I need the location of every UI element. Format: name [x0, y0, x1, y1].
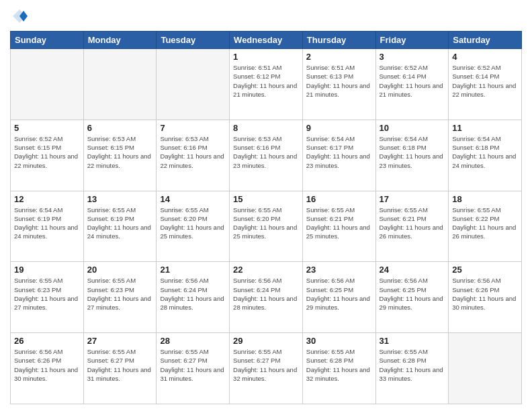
- logo-icon: [10, 7, 29, 26]
- calendar-cell: [11, 49, 84, 120]
- header-row: SundayMondayTuesdayWednesdayThursdayFrid…: [11, 32, 522, 49]
- calendar-cell: 14Sunrise: 6:55 AM Sunset: 6:20 PM Dayli…: [157, 191, 230, 262]
- week-row-2: 12Sunrise: 6:54 AM Sunset: 6:19 PM Dayli…: [11, 191, 522, 262]
- day-header-monday: Monday: [83, 32, 157, 49]
- day-header-sunday: Sunday: [11, 32, 84, 49]
- calendar-cell: 21Sunrise: 6:56 AM Sunset: 6:24 PM Dayli…: [157, 262, 230, 333]
- day-number: 21: [160, 265, 226, 275]
- calendar-cell: 12Sunrise: 6:54 AM Sunset: 6:19 PM Dayli…: [11, 191, 84, 262]
- day-number: 6: [87, 123, 153, 133]
- calendar-cell: 28Sunrise: 6:55 AM Sunset: 6:27 PM Dayli…: [157, 333, 230, 404]
- calendar-cell: 11Sunrise: 6:54 AM Sunset: 6:18 PM Dayli…: [449, 120, 522, 191]
- day-number: 10: [380, 123, 445, 133]
- calendar-cell: [449, 333, 522, 404]
- day-number: 9: [306, 123, 372, 133]
- day-number: 22: [233, 265, 299, 275]
- day-header-wednesday: Wednesday: [230, 32, 303, 49]
- calendar-header: SundayMondayTuesdayWednesdayThursdayFrid…: [11, 32, 522, 49]
- week-row-4: 26Sunrise: 6:56 AM Sunset: 6:26 PM Dayli…: [11, 333, 522, 404]
- day-number: 28: [160, 336, 226, 346]
- day-number: 2: [306, 52, 372, 62]
- calendar-cell: 19Sunrise: 6:55 AM Sunset: 6:23 PM Dayli…: [11, 262, 84, 333]
- day-info: Sunrise: 6:56 AM Sunset: 6:24 PM Dayligh…: [160, 276, 226, 312]
- week-row-3: 19Sunrise: 6:55 AM Sunset: 6:23 PM Dayli…: [11, 262, 522, 333]
- day-header-thursday: Thursday: [302, 32, 375, 49]
- day-number: 4: [452, 52, 518, 62]
- week-row-1: 5Sunrise: 6:52 AM Sunset: 6:15 PM Daylig…: [11, 120, 522, 191]
- calendar-cell: [83, 49, 157, 120]
- day-info: Sunrise: 6:55 AM Sunset: 6:20 PM Dayligh…: [233, 205, 299, 241]
- day-info: Sunrise: 6:55 AM Sunset: 6:28 PM Dayligh…: [306, 347, 372, 383]
- calendar-cell: 6Sunrise: 6:53 AM Sunset: 6:15 PM Daylig…: [83, 120, 157, 191]
- calendar-cell: 31Sunrise: 6:55 AM Sunset: 6:28 PM Dayli…: [375, 333, 449, 404]
- day-info: Sunrise: 6:51 AM Sunset: 6:13 PM Dayligh…: [306, 63, 372, 99]
- day-number: 13: [87, 194, 153, 204]
- calendar-cell: 8Sunrise: 6:53 AM Sunset: 6:16 PM Daylig…: [230, 120, 303, 191]
- day-number: 23: [306, 265, 372, 275]
- calendar-cell: 26Sunrise: 6:56 AM Sunset: 6:26 PM Dayli…: [11, 333, 84, 404]
- day-info: Sunrise: 6:51 AM Sunset: 6:12 PM Dayligh…: [233, 63, 299, 99]
- header: [10, 7, 522, 26]
- day-number: 26: [14, 336, 80, 346]
- day-number: 27: [87, 336, 153, 346]
- day-info: Sunrise: 6:55 AM Sunset: 6:23 PM Dayligh…: [87, 276, 153, 312]
- calendar-cell: 15Sunrise: 6:55 AM Sunset: 6:20 PM Dayli…: [230, 191, 303, 262]
- day-number: 16: [306, 194, 372, 204]
- day-number: 17: [380, 194, 445, 204]
- day-number: 12: [14, 194, 80, 204]
- day-number: 1: [233, 52, 299, 62]
- day-number: 14: [160, 194, 226, 204]
- day-info: Sunrise: 6:56 AM Sunset: 6:25 PM Dayligh…: [306, 276, 372, 312]
- day-number: 20: [87, 265, 153, 275]
- calendar-cell: 1Sunrise: 6:51 AM Sunset: 6:12 PM Daylig…: [230, 49, 303, 120]
- day-number: 7: [160, 123, 226, 133]
- day-info: Sunrise: 6:52 AM Sunset: 6:14 PM Dayligh…: [380, 63, 445, 99]
- day-info: Sunrise: 6:54 AM Sunset: 6:18 PM Dayligh…: [452, 134, 518, 170]
- day-info: Sunrise: 6:52 AM Sunset: 6:14 PM Dayligh…: [452, 63, 518, 99]
- calendar-cell: 5Sunrise: 6:52 AM Sunset: 6:15 PM Daylig…: [11, 120, 84, 191]
- calendar-cell: 9Sunrise: 6:54 AM Sunset: 6:17 PM Daylig…: [302, 120, 375, 191]
- calendar-cell: 18Sunrise: 6:55 AM Sunset: 6:22 PM Dayli…: [449, 191, 522, 262]
- calendar-cell: 10Sunrise: 6:54 AM Sunset: 6:18 PM Dayli…: [375, 120, 449, 191]
- page: SundayMondayTuesdayWednesdayThursdayFrid…: [0, 0, 532, 411]
- day-info: Sunrise: 6:56 AM Sunset: 6:25 PM Dayligh…: [380, 276, 445, 312]
- day-info: Sunrise: 6:55 AM Sunset: 6:19 PM Dayligh…: [87, 205, 153, 241]
- calendar-cell: 2Sunrise: 6:51 AM Sunset: 6:13 PM Daylig…: [302, 49, 375, 120]
- day-info: Sunrise: 6:53 AM Sunset: 6:16 PM Dayligh…: [160, 134, 226, 170]
- calendar-cell: 27Sunrise: 6:55 AM Sunset: 6:27 PM Dayli…: [83, 333, 157, 404]
- calendar-cell: 23Sunrise: 6:56 AM Sunset: 6:25 PM Dayli…: [302, 262, 375, 333]
- day-number: 18: [452, 194, 518, 204]
- day-info: Sunrise: 6:55 AM Sunset: 6:27 PM Dayligh…: [233, 347, 299, 383]
- calendar-cell: 30Sunrise: 6:55 AM Sunset: 6:28 PM Dayli…: [302, 333, 375, 404]
- day-info: Sunrise: 6:55 AM Sunset: 6:22 PM Dayligh…: [452, 205, 518, 241]
- day-info: Sunrise: 6:55 AM Sunset: 6:27 PM Dayligh…: [160, 347, 226, 383]
- day-number: 15: [233, 194, 299, 204]
- day-info: Sunrise: 6:55 AM Sunset: 6:23 PM Dayligh…: [14, 276, 80, 312]
- calendar-cell: 17Sunrise: 6:55 AM Sunset: 6:21 PM Dayli…: [375, 191, 449, 262]
- calendar-body: 1Sunrise: 6:51 AM Sunset: 6:12 PM Daylig…: [11, 49, 522, 404]
- day-header-tuesday: Tuesday: [157, 32, 230, 49]
- day-info: Sunrise: 6:54 AM Sunset: 6:19 PM Dayligh…: [14, 205, 80, 241]
- day-info: Sunrise: 6:55 AM Sunset: 6:28 PM Dayligh…: [380, 347, 445, 383]
- day-header-saturday: Saturday: [449, 32, 522, 49]
- day-number: 31: [380, 336, 445, 346]
- day-number: 19: [14, 265, 80, 275]
- calendar-cell: 24Sunrise: 6:56 AM Sunset: 6:25 PM Dayli…: [375, 262, 449, 333]
- day-number: 24: [380, 265, 445, 275]
- day-number: 29: [233, 336, 299, 346]
- day-info: Sunrise: 6:55 AM Sunset: 6:21 PM Dayligh…: [380, 205, 445, 241]
- calendar-cell: 7Sunrise: 6:53 AM Sunset: 6:16 PM Daylig…: [157, 120, 230, 191]
- calendar-cell: 20Sunrise: 6:55 AM Sunset: 6:23 PM Dayli…: [83, 262, 157, 333]
- day-info: Sunrise: 6:52 AM Sunset: 6:15 PM Dayligh…: [14, 134, 80, 170]
- calendar-cell: 25Sunrise: 6:56 AM Sunset: 6:26 PM Dayli…: [449, 262, 522, 333]
- day-number: 11: [452, 123, 518, 133]
- day-info: Sunrise: 6:53 AM Sunset: 6:16 PM Dayligh…: [233, 134, 299, 170]
- calendar-cell: [157, 49, 230, 120]
- day-info: Sunrise: 6:56 AM Sunset: 6:24 PM Dayligh…: [233, 276, 299, 312]
- day-info: Sunrise: 6:55 AM Sunset: 6:21 PM Dayligh…: [306, 205, 372, 241]
- day-header-friday: Friday: [375, 32, 449, 49]
- day-info: Sunrise: 6:55 AM Sunset: 6:27 PM Dayligh…: [87, 347, 153, 383]
- day-number: 25: [452, 265, 518, 275]
- day-number: 5: [14, 123, 80, 133]
- day-info: Sunrise: 6:56 AM Sunset: 6:26 PM Dayligh…: [14, 347, 80, 383]
